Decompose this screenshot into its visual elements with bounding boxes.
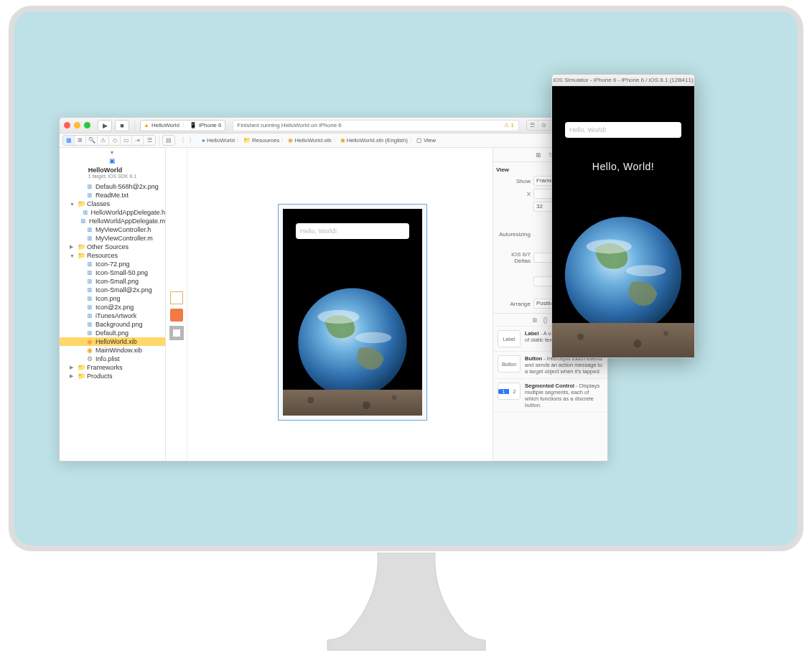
file-row[interactable]: 🗎ReadMe.txt [60, 191, 165, 200]
tree-label: HelloWorldAppDelegate.h [91, 209, 165, 216]
file-row[interactable]: 🗎Icon.png [60, 294, 165, 303]
textfield-placeholder: Hello, World! [300, 228, 337, 235]
simulator-screen[interactable]: Hello, World! Hello, World! [552, 86, 694, 357]
file-row[interactable]: 🗎HelloWorldAppDelegate.h [60, 208, 165, 217]
file-row[interactable]: 🗎Default.png [60, 329, 165, 337]
outline-icon[interactable]: ▤ [163, 136, 174, 145]
folder-row[interactable]: ▼📁Resources [60, 251, 165, 260]
tree-label: MainWindow.xib [95, 347, 142, 354]
file-row[interactable]: ◉MainWindow.xib [60, 346, 165, 355]
folder-icon: 📁 [78, 364, 85, 371]
tree-label: Products [87, 372, 113, 380]
folder-icon: 📁 [78, 243, 85, 250]
minimize-button[interactable] [74, 122, 80, 128]
folder-row[interactable]: ▶📁Products [60, 372, 165, 380]
interface-builder-canvas[interactable]: Hello, World! [187, 148, 493, 461]
file-row[interactable]: 🗎HelloWorldAppDelegate.m [60, 217, 165, 225]
app-icon: ▲ [144, 122, 149, 128]
project-nav-icon[interactable]: ▦ [63, 136, 75, 145]
folder-icon: 📁 [78, 252, 85, 259]
file-row[interactable]: ◉HelloWorld.xib [60, 337, 165, 346]
view-object-icon[interactable] [169, 326, 184, 340]
file-row[interactable]: 🗎Default-568h@2x.png [60, 182, 165, 191]
imac-monitor: ▶ ■ ▲ HelloWorld 〉 📱 iPhone 6 Finished r… [9, 6, 803, 551]
file-icon: ◉ [86, 347, 93, 354]
file-icon: 🗎 [86, 235, 93, 242]
file-row[interactable]: 🗎Icon-72.png [60, 260, 165, 268]
textfield-element[interactable]: Hello, World! [296, 223, 409, 239]
symbol-nav-icon[interactable]: ⊞ [75, 136, 86, 145]
file-row[interactable]: 🗎Icon@2x.png [60, 303, 165, 311]
file-template-tab-icon[interactable]: 🗎 [532, 317, 538, 324]
warning-badge[interactable]: ⚠ 1 [504, 122, 514, 128]
file-row[interactable]: 🗎Icon-Small-50.png [60, 268, 165, 277]
file-row[interactable]: 🗎Icon-Small@2x.png [60, 286, 165, 294]
file-row[interactable]: 🗎Background.png [60, 320, 165, 329]
file-icon: ◉ [86, 338, 93, 345]
window-traffic-lights [64, 122, 95, 128]
file-icon: 🗎 [86, 286, 93, 294]
xcode-jumpbar: ▦ ⊞ 🔍 ⚠ ◇ ▭ ⇥ ☰ ▤ 〈 〉 ▸ HelloWorld〉 📁Res… [60, 133, 607, 148]
document-outline-segment[interactable]: ▤ [162, 135, 175, 146]
xcode-titlebar: ▶ ■ ▲ HelloWorld 〉 📱 iPhone 6 Finished r… [60, 118, 607, 133]
close-button[interactable] [64, 122, 70, 128]
folder-icon: 📁 [78, 372, 85, 380]
file-row[interactable]: ⚙Info.plist [60, 355, 165, 363]
file-row[interactable]: 🗎iTunesArtwork [60, 311, 165, 320]
earth-image [283, 254, 422, 390]
placeholder-files-owner-icon[interactable] [170, 291, 183, 304]
svg-point-5 [626, 265, 666, 276]
library-item-text: Button - Intercepts touch events and sen… [525, 355, 603, 375]
forward-button[interactable]: 〉 [187, 136, 197, 145]
file-inspector-icon[interactable]: 🗎 [534, 150, 544, 160]
folder-icon: 📁 [78, 200, 85, 207]
simulator-title: iOS Simulator - iPhone 6 - iPhone 6 / iO… [552, 75, 694, 86]
find-nav-icon[interactable]: 🔍 [86, 136, 98, 145]
folder-row[interactable]: ▶📁Frameworks [60, 363, 165, 372]
tree-label: Icon-Small@2x.png [95, 286, 152, 294]
issue-nav-icon[interactable]: ⚠ [98, 136, 109, 145]
sim-textfield-placeholder: Hello, World! [569, 126, 606, 133]
stop-button[interactable]: ■ [115, 120, 129, 131]
tree-label: Frameworks [87, 364, 123, 371]
folder-row[interactable]: ▶📁Other Sources [60, 243, 165, 251]
imac-stand [306, 553, 507, 646]
file-row[interactable]: 🗎Icon-Small.png [60, 277, 165, 286]
run-button[interactable]: ▶ [98, 120, 112, 131]
breadcrumb[interactable]: ▸ HelloWorld〉 📁Resources〉 ◉HelloWorld.xi… [198, 133, 436, 148]
tree-label: Background.png [95, 321, 143, 328]
svg-point-4 [587, 239, 632, 253]
tree-label: Icon-72.png [95, 261, 130, 268]
code-snippet-tab-icon[interactable]: {} [543, 317, 547, 324]
file-icon: 🗎 [86, 321, 93, 328]
sim-moon-surface [552, 323, 694, 357]
file-icon: 🗎 [86, 312, 93, 319]
back-button[interactable]: 〈 [177, 136, 186, 145]
placeholder-first-responder-icon[interactable] [170, 309, 183, 322]
navigator-tabs[interactable]: ▦ ⊞ 🔍 ⚠ ◇ ▭ ⇥ ☰ [62, 135, 156, 146]
sim-earth-image [552, 184, 694, 323]
library-item[interactable]: 12Segmented Control - Displays multiple … [493, 379, 607, 413]
project-navigator[interactable]: ▼ ▣ HelloWorld 1 target, iOS SDK 8.1 🗎De… [60, 148, 166, 461]
debug-nav-icon[interactable]: ▭ [121, 136, 132, 145]
file-icon: 🗎 [86, 269, 93, 276]
test-nav-icon[interactable]: ◇ [109, 136, 121, 145]
assistant-editor-icon[interactable]: ⊙ [538, 121, 550, 130]
sim-textfield[interactable]: Hello, World! [565, 122, 681, 138]
breakpoint-nav-icon[interactable]: ⇥ [132, 136, 144, 145]
tree-label: Icon@2x.png [95, 304, 134, 311]
scheme-selector[interactable]: ▲ HelloWorld 〉 📱 iPhone 6 [140, 120, 225, 131]
tree-label: Icon-Small-50.png [95, 269, 148, 276]
file-row[interactable]: 🗎MyViewController.h [60, 225, 165, 234]
folder-icon: ▸ [202, 137, 205, 144]
zoom-button[interactable] [84, 122, 90, 128]
folder-row[interactable]: ▼📁Classes [60, 200, 165, 208]
project-root[interactable]: ▼ ▣ HelloWorld 1 target, iOS SDK 8.1 [60, 148, 165, 181]
activity-status-bar: Finished running HelloWorld on iPhone 6 … [233, 120, 520, 131]
report-nav-icon[interactable]: ☰ [144, 136, 155, 145]
ib-device-frame[interactable]: Hello, World! [278, 204, 427, 421]
tree-label: Other Sources [87, 243, 129, 250]
file-row[interactable]: 🗎MyViewController.m [60, 234, 165, 243]
svg-point-2 [355, 332, 391, 343]
standard-editor-icon[interactable]: ☰ [527, 121, 538, 130]
